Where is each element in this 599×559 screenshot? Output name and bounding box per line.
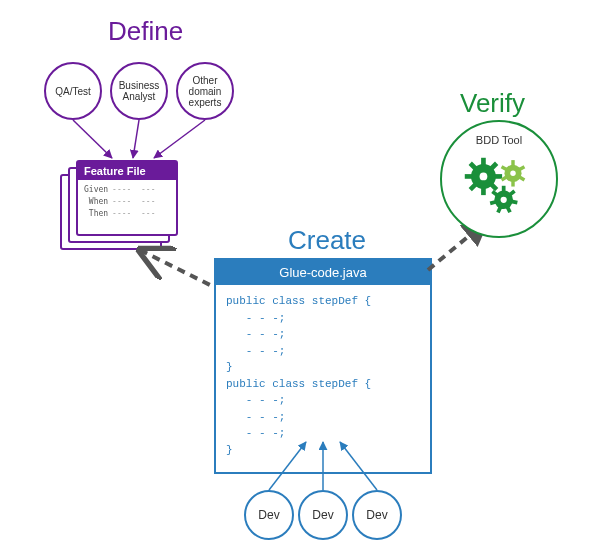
- svg-line-2: [154, 120, 205, 158]
- svg-rect-19: [511, 160, 514, 166]
- role-business-analyst: Business Analyst: [110, 62, 168, 120]
- svg-rect-27: [502, 186, 506, 192]
- svg-rect-11: [494, 174, 502, 179]
- stage-title-verify: Verify: [460, 88, 525, 119]
- bdd-tool-label: BDD Tool: [476, 134, 522, 146]
- bdd-tool-circle: BDD Tool: [440, 120, 558, 238]
- role-dev-3: Dev: [352, 490, 402, 540]
- role-label: QA/Test: [55, 86, 91, 97]
- glue-code-filename: Glue-code.java: [216, 260, 430, 285]
- svg-point-17: [480, 173, 488, 181]
- svg-point-34: [501, 197, 507, 203]
- role-qa-test: QA/Test: [44, 62, 102, 120]
- stage-title-create: Create: [288, 225, 366, 256]
- svg-rect-9: [481, 158, 486, 166]
- role-label: Business Analyst: [119, 80, 160, 102]
- svg-rect-13: [481, 187, 486, 195]
- role-dev-2: Dev: [298, 490, 348, 540]
- dev-label: Dev: [312, 508, 333, 522]
- keyword-when: When: [84, 196, 108, 208]
- role-domain-experts: Other domain experts: [176, 62, 234, 120]
- keyword-given: Given: [84, 184, 108, 196]
- glue-code-window: Glue-code.java public class stepDef { - …: [214, 258, 432, 474]
- svg-rect-22: [511, 180, 514, 186]
- svg-line-3: [140, 250, 220, 290]
- feature-file-title: Feature File: [78, 162, 176, 180]
- keyword-then: Then: [84, 208, 108, 220]
- svg-point-25: [510, 171, 515, 176]
- feature-file-stack: Feature File Given When Then ---- --- --…: [60, 160, 180, 250]
- role-dev-1: Dev: [244, 490, 294, 540]
- role-label: Other domain experts: [189, 75, 222, 108]
- feature-file-front: Feature File Given When Then ---- --- --…: [76, 160, 178, 236]
- feature-file-keywords: Given When Then: [84, 184, 108, 220]
- gears-icon: [458, 150, 540, 220]
- feature-file-placeholder: ---- --- ---- --- ---- ---: [112, 184, 170, 220]
- svg-line-1: [133, 120, 139, 158]
- stage-title-define: Define: [108, 16, 183, 47]
- svg-line-0: [73, 120, 112, 158]
- dev-label: Dev: [258, 508, 279, 522]
- glue-code-body: public class stepDef { - - -; - - -; - -…: [216, 285, 430, 472]
- dev-label: Dev: [366, 508, 387, 522]
- svg-rect-15: [465, 174, 473, 179]
